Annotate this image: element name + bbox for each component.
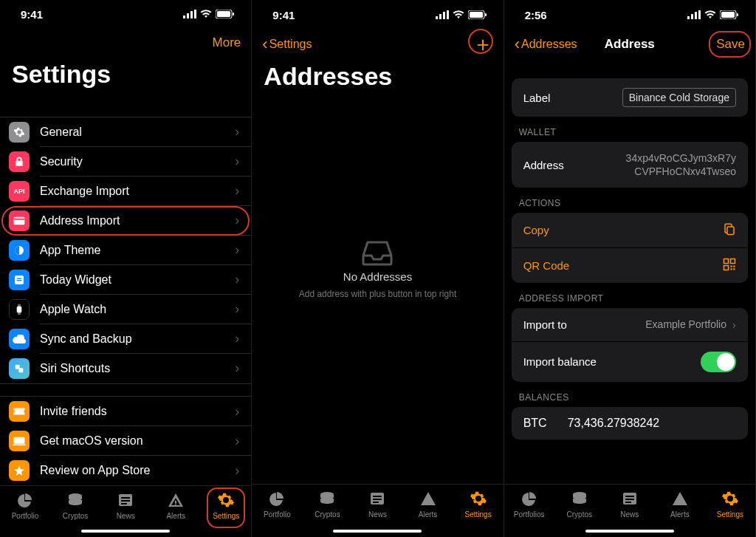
svg-rect-2 bbox=[190, 11, 193, 18]
alert-icon bbox=[166, 490, 185, 510]
tab-settings[interactable]: Settings bbox=[453, 489, 504, 537]
svg-rect-32 bbox=[470, 12, 483, 18]
watch-icon bbox=[9, 299, 30, 320]
row-invite-friends[interactable]: Invite friends › bbox=[0, 397, 251, 426]
row-label: Review on App Store bbox=[40, 464, 235, 477]
row-apple-watch[interactable]: Apple Watch › bbox=[0, 295, 251, 324]
svg-rect-38 bbox=[373, 502, 379, 503]
chevron-right-icon: › bbox=[235, 360, 239, 376]
svg-rect-47 bbox=[724, 259, 728, 264]
chevron-right-icon: › bbox=[235, 242, 239, 258]
back-button[interactable]: ‹ Settings bbox=[262, 36, 312, 52]
chevron-right-icon: › bbox=[235, 331, 239, 346]
more-button[interactable]: More bbox=[213, 35, 241, 50]
highlight-ring bbox=[1, 206, 250, 236]
battery-icon bbox=[216, 8, 235, 21]
settings-content: General › Security › API Exchange Import… bbox=[0, 96, 251, 485]
svg-rect-40 bbox=[691, 14, 693, 19]
gear-icon bbox=[721, 489, 740, 508]
tab-label: Alerts bbox=[670, 510, 690, 519]
status-bar: 2:56 bbox=[504, 0, 755, 30]
battery-icon bbox=[468, 9, 487, 21]
actions-header: ACTIONS bbox=[504, 188, 755, 213]
balance-row: BTC 73,436.27938242 bbox=[512, 407, 748, 439]
svg-rect-48 bbox=[730, 259, 735, 264]
row-label: Security bbox=[40, 155, 235, 168]
chevron-right-icon: › bbox=[235, 272, 239, 287]
label-group: Label Binance Cold Storage bbox=[512, 78, 748, 117]
svg-rect-15 bbox=[18, 312, 21, 315]
qr-action[interactable]: QR Code bbox=[512, 247, 748, 283]
svg-rect-0 bbox=[183, 16, 185, 18]
row-label: Siri Shortcuts bbox=[40, 362, 235, 375]
pie-icon bbox=[16, 490, 35, 510]
address-label: Address bbox=[523, 159, 626, 171]
wifi-icon bbox=[453, 9, 464, 21]
row-siri-shortcuts[interactable]: Siri Shortcuts › bbox=[0, 354, 251, 383]
svg-rect-22 bbox=[121, 497, 130, 499]
svg-rect-41 bbox=[695, 12, 697, 19]
news-icon bbox=[116, 490, 135, 510]
svg-rect-26 bbox=[175, 504, 176, 506]
tab-portfolios[interactable]: Portfolios bbox=[504, 489, 554, 537]
row-get-macos[interactable]: Get macOS version › bbox=[0, 426, 251, 456]
home-indicator bbox=[585, 530, 674, 533]
news-icon bbox=[620, 489, 639, 508]
svg-rect-42 bbox=[698, 10, 701, 19]
svg-rect-18 bbox=[14, 437, 25, 444]
gear-icon bbox=[9, 122, 30, 143]
star-icon bbox=[9, 460, 30, 481]
svg-rect-27 bbox=[436, 16, 438, 19]
highlight-ring bbox=[207, 488, 245, 528]
tab-label: Settings bbox=[717, 510, 743, 519]
screen-settings: 9:41 More Settings General bbox=[0, 0, 252, 537]
row-security[interactable]: Security › bbox=[0, 147, 251, 177]
add-button[interactable]: ＋ bbox=[472, 30, 493, 58]
row-today-widget[interactable]: Today Widget › bbox=[0, 265, 251, 295]
signal-icon bbox=[436, 9, 449, 21]
status-time: 9:41 bbox=[272, 9, 295, 21]
api-icon: API bbox=[9, 181, 30, 202]
tab-label: News bbox=[368, 510, 387, 519]
row-label: General bbox=[40, 126, 235, 139]
news-icon bbox=[368, 489, 387, 508]
tab-portfolio[interactable]: Portfolio bbox=[0, 490, 50, 537]
status-indicators bbox=[687, 9, 739, 21]
svg-rect-33 bbox=[485, 13, 487, 16]
save-button[interactable]: Save bbox=[716, 37, 745, 52]
tab-settings[interactable]: Settings bbox=[201, 490, 251, 537]
tab-portfolio[interactable]: Portfolio bbox=[252, 489, 302, 537]
back-button[interactable]: ‹ Addresses bbox=[515, 36, 577, 52]
pie-icon bbox=[520, 489, 539, 508]
row-sync-backup[interactable]: Sync and Backup › bbox=[0, 324, 251, 354]
stack-icon bbox=[66, 490, 85, 510]
ticket-icon bbox=[9, 401, 30, 422]
chevron-left-icon: ‹ bbox=[262, 36, 267, 52]
copy-action[interactable]: Copy bbox=[512, 213, 748, 247]
svg-rect-57 bbox=[625, 499, 634, 500]
battery-icon bbox=[720, 9, 739, 21]
chevron-right-icon: › bbox=[235, 301, 239, 317]
row-general[interactable]: General › bbox=[0, 117, 251, 147]
tab-label: Portfolio bbox=[264, 510, 291, 519]
address-cell: Address 34xp4vRoCGJym3xR7y CVPFHoCNxv4Tw… bbox=[512, 142, 748, 188]
svg-rect-6 bbox=[233, 13, 234, 16]
row-review-appstore[interactable]: Review on App Store › bbox=[0, 456, 251, 485]
row-label: Invite friends bbox=[40, 405, 235, 418]
label-input[interactable]: Binance Cold Storage bbox=[622, 88, 736, 107]
tab-settings[interactable]: Settings bbox=[705, 489, 755, 537]
svg-rect-44 bbox=[721, 12, 735, 18]
import-to-cell[interactable]: Import to Example Portfolio › bbox=[512, 308, 748, 341]
row-exchange-import[interactable]: API Exchange Import › bbox=[0, 177, 251, 206]
row-app-theme[interactable]: App Theme › bbox=[0, 236, 251, 265]
wifi-icon bbox=[200, 8, 212, 21]
address-content: Label Binance Cold Storage WALLET Addres… bbox=[504, 59, 755, 484]
row-address-import[interactable]: Address Import › bbox=[0, 206, 251, 236]
chevron-left-icon: ‹ bbox=[515, 36, 520, 52]
row-label: App Theme bbox=[40, 244, 235, 257]
import-balance-toggle[interactable] bbox=[701, 352, 736, 372]
chevron-right-icon: › bbox=[235, 154, 239, 169]
settings-group-2: Invite friends › Get macOS version › Rev… bbox=[0, 396, 251, 485]
import-to-value: Example Portfolio bbox=[645, 318, 726, 331]
label-cell[interactable]: Label Binance Cold Storage bbox=[512, 78, 748, 117]
